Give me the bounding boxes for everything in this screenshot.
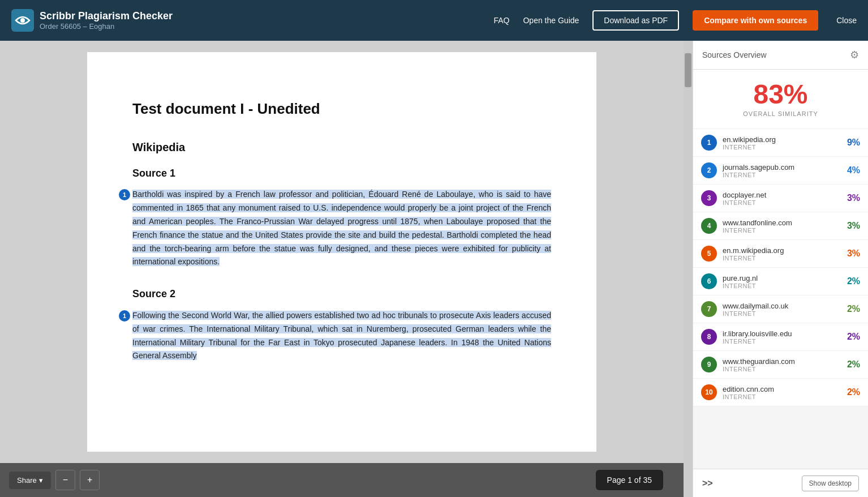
source-type: INTERNET [723,172,841,178]
logo: Scribbr Plagiarism Checker Order 56605 –… [11,9,173,32]
source-domain: en.m.wikipedia.org [723,246,841,255]
show-desktop-button[interactable]: Show desktop [802,475,859,491]
source2-paragraph: 1 Following the Second World War, the al… [132,309,551,363]
source-info: ir.library.louisville.eduINTERNET [723,329,841,345]
sidebar-header: Sources Overview ⚙ [693,41,868,70]
close-button[interactable]: Close [836,16,857,25]
similarity-percent: 83% [704,81,857,108]
source-number-badge: 4 [701,218,717,234]
source-domain: en.wikipedia.org [723,135,841,144]
source2-badge: 1 [119,310,130,322]
source-type: INTERNET [723,366,841,372]
zoom-out-button[interactable]: − [55,470,75,490]
source2-text: Following the Second World War, the alli… [132,311,551,360]
document-page: Test document I - Unedited Wikipedia Sou… [87,52,596,452]
source-number-badge: 8 [701,329,717,345]
source-percentage: 2% [847,276,860,286]
source-number-badge: 9 [701,357,717,372]
source-info: www.theguardian.comINTERNET [723,357,841,372]
sidebar: Sources Overview ⚙ 83% OVERALL SIMILARIT… [693,41,868,497]
source-type: INTERNET [723,338,841,345]
bottom-bar: Share ▾ − + Page 1 of 35 [0,463,684,497]
similarity-section: 83% OVERALL SIMILARITY [693,70,868,129]
source-percentage: 3% [847,193,860,203]
source-domain: docplayer.net [723,191,841,199]
source-percentage: 9% [847,138,860,148]
source-list-item[interactable]: 4www.tandfonline.comINTERNET3% [693,212,868,240]
source-list-item[interactable]: 10edition.cnn.comINTERNET2% [693,379,868,406]
source-type: INTERNET [723,227,841,234]
share-label: Share [17,476,37,485]
source-number-badge: 2 [701,162,717,178]
source-info: www.dailymail.co.ukINTERNET [723,302,841,317]
source-list-item[interactable]: 2journals.sagepub.comINTERNET4% [693,157,868,185]
source-type: INTERNET [723,393,841,400]
scrollbar-thumb[interactable] [685,53,691,87]
source-info: en.m.wikipedia.orgINTERNET [723,246,841,262]
source-list-item[interactable]: 1en.wikipedia.orgINTERNET9% [693,129,868,157]
source-info: edition.cnn.comINTERNET [723,385,841,400]
source-type: INTERNET [723,199,841,206]
share-button[interactable]: Share ▾ [9,472,51,489]
header-nav: FAQ Open the Guide Download as PDF Compa… [493,10,857,31]
section-title: Wikipedia [132,138,551,156]
source-percentage: 2% [847,359,860,370]
share-chevron-icon: ▾ [39,476,43,485]
source-domain: journals.sagepub.com [723,163,841,172]
source-type: INTERNET [723,144,841,151]
source1-heading: Source 1 [132,165,551,182]
compare-own-sources-button[interactable]: Compare with own sources [693,10,818,31]
source-domain: www.tandfonline.com [723,218,841,227]
source-list-item[interactable]: 3docplayer.netINTERNET3% [693,185,868,212]
zoom-in-button[interactable]: + [80,470,100,490]
source-info: docplayer.netINTERNET [723,191,841,206]
source-list-item[interactable]: 9www.theguardian.comINTERNET2% [693,351,868,379]
source-percentage: 4% [847,165,860,175]
source-number-badge: 5 [701,246,717,262]
source-number-badge: 7 [701,301,717,317]
similarity-label: OVERALL SIMILARITY [704,110,857,117]
sources-list: 1en.wikipedia.orgINTERNET9%2journals.sag… [693,129,868,469]
faq-link[interactable]: FAQ [493,16,509,25]
source-list-item[interactable]: 8ir.library.louisville.eduINTERNET2% [693,323,868,351]
source-domain: www.theguardian.com [723,357,841,366]
svg-point-1 [20,18,25,23]
sidebar-title: Sources Overview [702,50,767,59]
page-indicator: Page 1 of 35 [596,470,663,490]
source-info: journals.sagepub.comINTERNET [723,163,841,178]
download-pdf-button[interactable]: Download as PDF [592,10,679,31]
source-percentage: 2% [847,332,860,342]
collapse-sidebar-button[interactable]: >> [702,478,713,489]
settings-icon[interactable]: ⚙ [850,49,859,61]
source-number-badge: 10 [701,384,717,400]
source1-badge: 1 [119,189,130,200]
main-layout: Test document I - Unedited Wikipedia Sou… [0,41,868,497]
source-list-item[interactable]: 6pure.rug.nlINTERNET2% [693,268,868,295]
source1-paragraph: 1 Bartholdi was inspired by a French law… [132,188,551,269]
source-number-badge: 6 [701,273,717,289]
source-percentage: 3% [847,249,860,259]
source-percentage: 2% [847,387,860,397]
source2-heading: Source 2 [132,286,551,302]
sidebar-bottom: >> Show desktop [693,469,868,497]
open-guide-link[interactable]: Open the Guide [523,16,579,25]
document-area: Test document I - Unedited Wikipedia Sou… [0,41,684,497]
document-scroll: Test document I - Unedited Wikipedia Sou… [0,41,684,463]
source-domain: www.dailymail.co.uk [723,302,841,310]
order-subtitle: Order 56605 – Eoghan [40,22,173,31]
source-info: pure.rug.nlINTERNET [723,274,841,289]
header: Scribbr Plagiarism Checker Order 56605 –… [0,0,868,41]
source-type: INTERNET [723,282,841,289]
source-type: INTERNET [723,310,841,317]
source-list-item[interactable]: 5en.m.wikipedia.orgINTERNET3% [693,240,868,268]
logo-icon [11,9,34,32]
source-number-badge: 3 [701,190,717,206]
source-list-item[interactable]: 7www.dailymail.co.ukINTERNET2% [693,295,868,323]
document-scrollbar[interactable] [684,41,693,497]
app-title: Scribbr Plagiarism Checker [40,10,173,22]
source-domain: ir.library.louisville.edu [723,329,841,338]
source-percentage: 3% [847,221,860,231]
source-number-badge: 1 [701,135,717,151]
source-domain: pure.rug.nl [723,274,841,282]
source-info: en.wikipedia.orgINTERNET [723,135,841,151]
